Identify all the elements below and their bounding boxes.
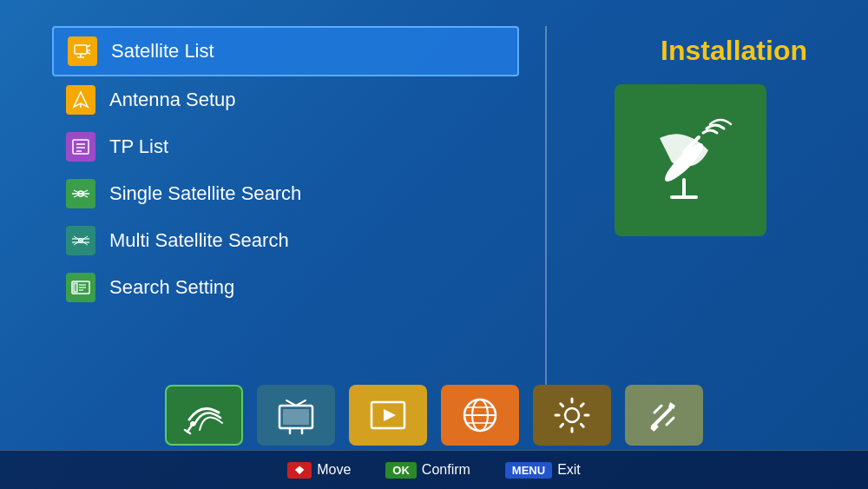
move-status: ❖ Move <box>287 462 351 479</box>
svg-line-49 <box>654 406 661 413</box>
exit-label: Exit <box>557 462 581 478</box>
dock-tv[interactable] <box>257 385 335 446</box>
menu-item-multi-satellite-search[interactable]: Multi Satellite Search <box>52 217 519 264</box>
satellite-icon-box <box>615 84 766 236</box>
menu-item-search-setting[interactable]: Search Setting <box>52 264 519 311</box>
antenna-setup-icon <box>66 85 95 115</box>
svg-point-46 <box>565 408 579 422</box>
exit-badge: MENU <box>505 462 552 479</box>
divider <box>545 26 547 420</box>
search-setting-label: Search Setting <box>109 276 234 299</box>
multi-satellite-search-icon <box>66 226 95 255</box>
satellite-list-label: Satellite List <box>111 40 214 63</box>
left-panel: Satellite List Antenna Setup <box>52 26 519 420</box>
svg-rect-34 <box>283 409 309 425</box>
single-satellite-search-icon <box>66 179 95 208</box>
bottom-dock <box>0 385 868 446</box>
move-badge: ❖ <box>287 462 312 479</box>
svg-marker-40 <box>384 409 396 421</box>
single-satellite-search-label: Single Satellite Search <box>109 182 301 205</box>
right-panel: Installation <box>573 26 833 420</box>
menu-item-single-satellite-search[interactable]: Single Satellite Search <box>52 170 519 217</box>
svg-rect-48 <box>650 423 659 432</box>
satellite-list-icon <box>68 36 97 66</box>
installation-title: Installation <box>661 35 807 67</box>
svg-line-50 <box>667 418 674 425</box>
svg-rect-0 <box>75 45 87 54</box>
satellite-graphic <box>634 104 746 217</box>
dock-settings[interactable] <box>533 385 611 446</box>
move-label: Move <box>317 462 351 478</box>
dock-web[interactable] <box>441 385 519 446</box>
search-setting-icon <box>66 273 95 302</box>
multi-satellite-search-label: Multi Satellite Search <box>109 229 289 252</box>
dock-satellite[interactable] <box>165 385 243 446</box>
svg-line-31 <box>187 424 193 432</box>
menu-item-satellite-list[interactable]: Satellite List <box>52 26 519 76</box>
tp-list-label: TP List <box>109 135 168 158</box>
exit-status: MENU Exit <box>505 462 581 479</box>
menu-item-tp-list[interactable]: TP List <box>52 123 519 170</box>
status-bar: ❖ Move OK Confirm MENU Exit <box>0 450 868 489</box>
dock-media[interactable] <box>349 385 427 446</box>
tp-list-icon <box>66 132 95 162</box>
dock-tools[interactable] <box>625 385 703 446</box>
menu-item-antenna-setup[interactable]: Antenna Setup <box>52 76 519 123</box>
confirm-label: Confirm <box>422 462 470 478</box>
confirm-badge: OK <box>385 462 417 479</box>
confirm-status: OK Confirm <box>385 462 470 479</box>
antenna-setup-label: Antenna Setup <box>109 89 236 111</box>
svg-rect-22 <box>74 283 77 292</box>
